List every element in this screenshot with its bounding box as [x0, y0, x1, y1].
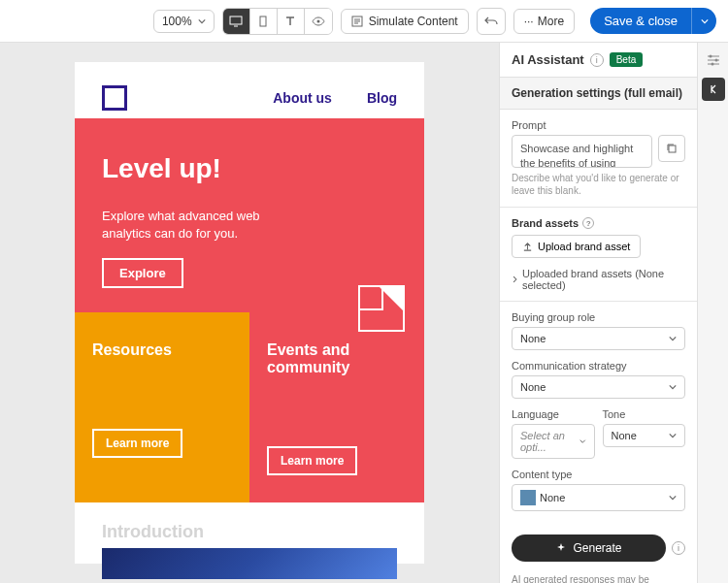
content-type-select[interactable]: None — [512, 484, 685, 511]
tile-events-title: Events and community — [267, 341, 407, 376]
sparkle-icon — [555, 542, 567, 554]
collapse-icon — [708, 83, 719, 95]
nav-about[interactable]: About us — [273, 90, 332, 106]
options-section: Buying group role None Communication str… — [500, 301, 697, 531]
buying-role-select[interactable]: None — [512, 327, 685, 350]
copy-prompt-button[interactable] — [658, 135, 685, 162]
hero-subtitle: Explore what advanced web analytics can … — [102, 208, 306, 243]
device-desktop[interactable] — [223, 9, 250, 34]
intro-heading: Introduction — [75, 502, 424, 548]
intro-image — [102, 548, 397, 579]
undo-button[interactable] — [477, 8, 506, 35]
tiles-row: Resources Learn more Events and communit… — [75, 312, 424, 502]
info-icon[interactable]: ? — [582, 217, 594, 229]
mobile-icon — [259, 16, 267, 27]
content-type-label: Content type — [512, 469, 685, 480]
logo-placeholder — [102, 85, 127, 111]
generate-row: Generate i — [500, 531, 697, 569]
panel-content: AI Assistant i Beta Generation settings … — [500, 43, 697, 583]
info-icon[interactable]: i — [590, 53, 604, 67]
rail-settings[interactable] — [702, 49, 725, 72]
prompt-help: Describe what you'd like to generate or … — [512, 172, 685, 197]
tile-resources-title: Resources — [92, 341, 232, 359]
text-icon — [284, 16, 296, 27]
comm-strategy-select[interactable]: None — [512, 375, 685, 399]
beta-badge: Beta — [610, 52, 644, 67]
chevron-down-icon — [579, 437, 585, 445]
more-label: More — [538, 15, 564, 28]
tone-select[interactable]: None — [603, 424, 686, 447]
simulate-content-button[interactable]: Simulate Content — [341, 9, 469, 34]
brand-section: Brand assets ? Upload brand asset Upload… — [500, 207, 697, 301]
prompt-input[interactable] — [512, 135, 652, 168]
svg-point-6 — [714, 59, 717, 62]
svg-point-7 — [711, 63, 713, 66]
content-type-icon — [520, 490, 536, 505]
chevron-down-icon — [669, 432, 677, 439]
disclaimer: AI generated responses may be inaccurate… — [500, 569, 697, 583]
upload-brand-button[interactable]: Upload brand asset — [512, 235, 641, 258]
panel-rail — [697, 43, 728, 583]
email-canvas: About us Blog Level up! Explore what adv… — [75, 62, 424, 564]
svg-point-2 — [316, 19, 319, 22]
device-preview[interactable] — [305, 9, 332, 34]
tone-label: Tone — [603, 408, 686, 420]
chevron-down-icon — [669, 494, 677, 502]
chevron-down-icon — [669, 383, 677, 391]
desktop-icon — [229, 16, 243, 27]
info-icon[interactable]: i — [672, 541, 685, 555]
uploaded-assets-row[interactable]: Uploaded brand assets (None selected) — [512, 268, 685, 291]
chevron-right-icon — [512, 275, 518, 283]
prompt-section: Prompt Describe what you'd like to gener… — [500, 110, 697, 207]
side-panel: AI Assistant i Beta Generation settings … — [499, 43, 728, 583]
copy-icon — [666, 143, 678, 154]
intro-title: Introduction — [102, 522, 397, 542]
svg-point-5 — [709, 55, 711, 58]
comm-strategy-label: Communication strategy — [512, 360, 685, 372]
prompt-label: Prompt — [512, 119, 685, 131]
tile-resources: Resources Learn more — [75, 312, 249, 502]
language-select[interactable]: Select an opti... — [512, 424, 595, 459]
top-toolbar: 100% Simulate Content ··· More Save & cl… — [0, 0, 728, 43]
nav-links: About us Blog — [273, 90, 397, 106]
device-group — [222, 8, 333, 35]
panel-header: AI Assistant i Beta — [500, 43, 697, 77]
tile-events-cta[interactable]: Learn more — [267, 446, 357, 475]
device-text[interactable] — [278, 9, 305, 34]
hero-graphic — [358, 285, 405, 332]
svg-rect-4 — [669, 146, 676, 152]
more-button[interactable]: ··· More — [513, 9, 575, 34]
sliders-icon — [707, 54, 720, 66]
generation-settings-head: Generation settings (full email) — [500, 77, 697, 110]
panel-title: AI Assistant — [512, 52, 584, 67]
email-header: About us Blog — [75, 62, 424, 118]
chevron-down-icon — [198, 17, 206, 25]
tile-events: Events and community Learn more — [249, 312, 424, 502]
device-mobile[interactable] — [250, 9, 278, 34]
buying-role-label: Buying group role — [512, 311, 685, 323]
generate-button[interactable]: Generate — [512, 534, 666, 562]
nav-blog[interactable]: Blog — [367, 90, 397, 106]
canvas-area[interactable]: About us Blog Level up! Explore what adv… — [0, 43, 499, 583]
language-label: Language — [512, 408, 595, 420]
zoom-value: 100% — [162, 15, 192, 28]
tile-resources-cta[interactable]: Learn more — [92, 429, 182, 458]
simulate-label: Simulate Content — [369, 15, 458, 28]
svg-rect-0 — [230, 16, 242, 24]
hero-cta[interactable]: Explore — [102, 258, 183, 288]
hero-block: Level up! Explore what advanced web anal… — [75, 118, 424, 312]
workspace: About us Blog Level up! Explore what adv… — [0, 43, 728, 583]
eye-icon — [312, 16, 325, 26]
save-group: Save & close — [590, 8, 716, 34]
upload-icon — [522, 242, 533, 252]
chevron-down-icon — [669, 335, 677, 342]
brand-label: Brand assets ? — [512, 217, 685, 229]
rail-collapse[interactable] — [702, 78, 725, 101]
hero-title: Level up! — [102, 153, 397, 184]
svg-rect-1 — [260, 16, 266, 26]
chevron-down-icon — [701, 17, 709, 25]
simulate-icon — [351, 16, 363, 27]
save-close-button[interactable]: Save & close — [590, 8, 691, 34]
save-dropdown[interactable] — [691, 8, 716, 34]
zoom-select[interactable]: 100% — [153, 10, 215, 33]
